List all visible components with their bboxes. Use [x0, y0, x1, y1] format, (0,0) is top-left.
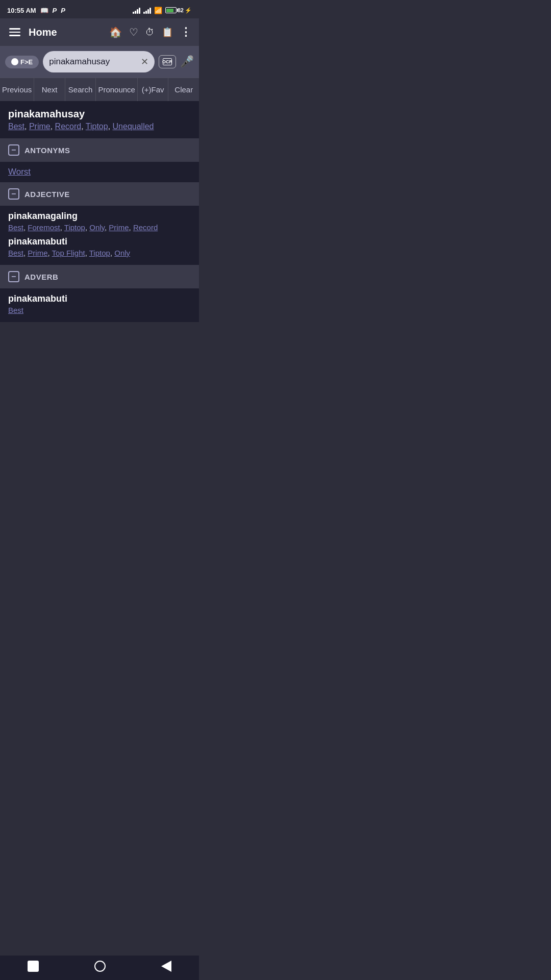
syn-topflight[interactable]: Top Flight [52, 249, 85, 257]
previous-button[interactable]: Previous [0, 78, 34, 101]
clear-input-button[interactable]: ✕ [141, 56, 148, 67]
adverb-section-header[interactable]: ADVERB [0, 265, 199, 288]
battery-fill [166, 9, 173, 12]
battery-icon [165, 7, 177, 13]
charging-icon: ⚡ [185, 7, 192, 14]
adverb-label: ADVERB [24, 273, 58, 281]
signal-bars-2 [143, 7, 151, 14]
parking-icon1: P [53, 7, 57, 14]
app-title: Home [29, 27, 109, 38]
adjective-word-1: pinakamagaling [8, 211, 191, 222]
syn-record-1[interactable]: Record [133, 223, 158, 232]
antonyms-section-header[interactable]: ANTONYMS [0, 138, 199, 162]
status-bar: 10:55 AM 📖 P P 📶 82 ⚡ [0, 0, 199, 18]
clipboard-icon[interactable]: 📋 [162, 27, 173, 38]
syn-tiptop-1[interactable]: Tiptop [64, 223, 85, 232]
adjective-collapse-icon[interactable] [8, 188, 19, 200]
home-icon[interactable]: 🏠 [109, 26, 122, 38]
syn-best-1[interactable]: Best [8, 223, 23, 232]
fav-button[interactable]: (+)Fav [138, 78, 169, 101]
status-left: 10:55 AM 📖 P P [7, 7, 65, 14]
app-bar-icons: 🏠 ♡ ⏱ 📋 ⋮ [109, 26, 192, 39]
synonym-best[interactable]: Best [8, 122, 24, 131]
synonym-prime[interactable]: Prime [29, 122, 51, 131]
synonym-tiptop[interactable]: Tiptop [86, 122, 108, 131]
adjective-word-2: pinakamabuti [8, 236, 191, 247]
app-bar: Home 🏠 ♡ ⏱ 📋 ⋮ [0, 18, 199, 46]
favorite-icon[interactable]: ♡ [129, 26, 138, 38]
antonym-entry: Worst [0, 162, 199, 182]
lang-toggle-label: F>E [20, 58, 33, 66]
parking-icon2: P [61, 7, 65, 14]
syn-only-2[interactable]: Only [114, 249, 130, 257]
syn-tiptop-2[interactable]: Tiptop [89, 249, 110, 257]
battery: 82 ⚡ [165, 7, 192, 14]
adjective-section-header[interactable]: ADJECTIVE [0, 182, 199, 206]
adverb-word-1: pinakamabuti [8, 293, 191, 304]
syn-prime-1[interactable]: Prime [109, 223, 129, 232]
search-button[interactable]: Search [65, 78, 96, 101]
action-buttons-row: Previous Next Search Pronounce (+)Fav Cl… [0, 78, 199, 101]
toggle-dot [11, 58, 18, 65]
adjective-synonyms-2: Best, Prime, Top Flight, Tiptop, Only [8, 249, 191, 258]
search-input-wrapper: ✕ [43, 51, 155, 72]
synonym-unequalled[interactable]: Unequalled [113, 122, 154, 131]
content-area: pinakamahusay Best, Prime, Record, Tipto… [0, 101, 199, 353]
language-toggle[interactable]: F>E [5, 56, 39, 68]
adverb-collapse-icon[interactable] [8, 271, 19, 282]
adjective-synonyms-1: Best, Foremost, Tiptop, Only, Prime, Rec… [8, 223, 191, 232]
hamburger-button[interactable] [7, 26, 22, 38]
syn-only-1[interactable]: Only [89, 223, 105, 232]
search-input[interactable] [49, 57, 141, 67]
ocr-button[interactable]: OCR [159, 55, 176, 68]
signal-bars [133, 7, 140, 14]
main-entry-card: pinakamahusay Best, Prime, Record, Tipto… [0, 101, 199, 138]
syn-best-adverb[interactable]: Best [8, 306, 23, 314]
bottom-spacer [0, 322, 199, 353]
clear-button[interactable]: Clear [168, 78, 199, 101]
status-right: 📶 82 ⚡ [133, 7, 192, 14]
next-button[interactable]: Next [34, 78, 65, 101]
pronounce-button[interactable]: Pronounce [96, 78, 138, 101]
adjective-label: ADJECTIVE [24, 190, 70, 199]
battery-percent: 82 [178, 7, 184, 13]
syn-foremost[interactable]: Foremost [28, 223, 60, 232]
syn-prime-2[interactable]: Prime [28, 249, 47, 257]
book-icon: 📖 [40, 7, 48, 14]
time-display: 10:55 AM [7, 7, 36, 14]
antonym-worst[interactable]: Worst [8, 167, 31, 177]
adverb-entry: pinakamabuti Best [0, 288, 199, 322]
main-entry-word: pinakamahusay [8, 108, 191, 120]
syn-best-2[interactable]: Best [8, 249, 23, 257]
search-bar: F>E ✕ OCR 🎤 [0, 46, 199, 78]
antonyms-label: ANTONYMS [24, 146, 70, 155]
main-entry-synonyms: Best, Prime, Record, Tiptop, Unequalled [8, 122, 191, 131]
microphone-button[interactable]: 🎤 [180, 55, 194, 68]
wifi-icon: 📶 [154, 7, 162, 14]
antonyms-collapse-icon[interactable] [8, 144, 19, 156]
adverb-synonyms-1: Best [8, 306, 191, 315]
ocr-frame-icon: OCR [163, 58, 172, 65]
history-icon[interactable]: ⏱ [145, 27, 155, 38]
more-options-icon[interactable]: ⋮ [180, 26, 192, 39]
ocr-label: OCR [162, 59, 172, 65]
synonym-record[interactable]: Record [55, 122, 82, 131]
adjective-entry-pinakamagaling: pinakamagaling Best, Foremost, Tiptop, O… [0, 206, 199, 265]
